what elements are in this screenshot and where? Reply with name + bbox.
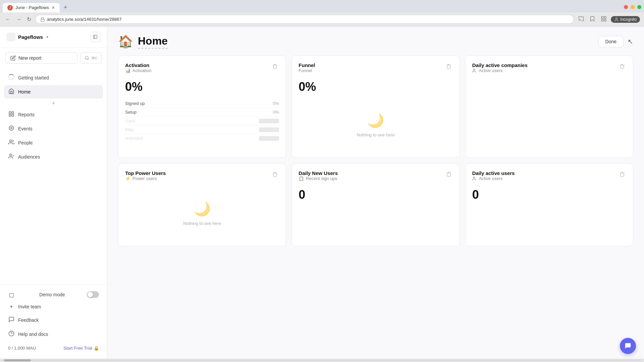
cast-btn[interactable] (577, 14, 585, 24)
tab-layout-btn[interactable] (599, 14, 608, 24)
scrollbar-thumb[interactable] (4, 359, 31, 361)
new-report-btn[interactable]: New report (5, 52, 77, 64)
sidebar: Pageflows ▼ New report ⌘K Getting (0, 26, 107, 359)
header-actions: Done ↖ (598, 36, 633, 47)
nav-reports[interactable]: Reports (4, 108, 103, 121)
home-icon (8, 88, 15, 96)
address-bar: ← → ↻ analytics.june.so/a/14631/home/288… (0, 12, 644, 26)
tab-close-btn[interactable]: ✕ (52, 5, 55, 10)
svg-rect-12 (12, 115, 14, 116)
svg-point-17 (10, 154, 12, 156)
audiences-icon (8, 153, 15, 161)
scrollbar-track (1, 359, 643, 361)
url-text: analytics.june.so/a/14631/home/28867 (47, 17, 122, 22)
demo-mode-label: Demo mode (39, 292, 65, 297)
horizontal-scrollbar[interactable] (0, 359, 644, 362)
url-bar[interactable]: analytics.june.so/a/14631/home/28867 (35, 15, 574, 24)
audiences-label: Audiences (18, 154, 40, 160)
widget-activation-title: Activation (125, 62, 151, 68)
home-label: Home (18, 89, 31, 95)
invite-icon: + (8, 304, 15, 310)
widget-dnu-delete[interactable] (445, 170, 453, 179)
window-controls (624, 5, 641, 10)
widget-dau-delete[interactable] (618, 170, 626, 179)
mau-bar: 0 / 1,000 MAU Start Free Trial 🔒 (4, 342, 103, 355)
bookmark-btn[interactable] (588, 14, 597, 24)
svg-point-22 (473, 177, 475, 178)
back-btn[interactable]: ← (4, 15, 12, 24)
tpu-empty-text: Nothing to see here (183, 221, 221, 226)
demo-mode-toggle[interactable] (87, 291, 99, 298)
start-trial-label: Start Free Trial (63, 346, 92, 351)
active-tab[interactable]: J June - Pageflows ✕ (3, 3, 60, 12)
search-btn[interactable]: ⌘K (80, 52, 102, 64)
widget-row: Signed up 0% (125, 99, 279, 108)
widget-activation-header: Activation 📊 Activation (125, 62, 279, 77)
widget-tpu-subtitle: ⚡ Power users (125, 176, 166, 181)
dau-users-icon (472, 176, 477, 181)
workspace-selector[interactable]: Pageflows ▼ (7, 33, 49, 41)
new-report-label: New report (18, 55, 41, 61)
window-minimize-btn[interactable] (631, 5, 635, 9)
sidebar-nav: Getting started Home + Reports Events (0, 68, 107, 284)
incognito-badge: Incognito (611, 16, 640, 23)
forward-btn[interactable]: → (15, 15, 23, 24)
new-tab-btn[interactable]: + (61, 3, 70, 12)
sidebar-collapse-btn[interactable] (90, 32, 100, 42)
nav-help-docs[interactable]: Help and docs (4, 327, 103, 341)
nav-home[interactable]: Home (4, 85, 103, 99)
browser-chrome: J June - Pageflows ✕ + ← → ↻ analytics.j… (0, 0, 644, 26)
toggle-knob (88, 292, 93, 297)
widget-dac-delete[interactable] (618, 62, 626, 71)
help-docs-label: Help and docs (18, 331, 48, 337)
svg-rect-5 (602, 19, 603, 21)
widget-dnu-title: Daily New Users (299, 170, 338, 176)
cursor-icon: ↖ (628, 38, 633, 46)
widget-row: Activated (125, 134, 279, 142)
workspace-name-label: Pageflows (18, 34, 43, 40)
mau-label: 0 / 1,000 MAU (8, 346, 36, 351)
nav-people[interactable]: People (4, 136, 103, 149)
funnel-empty-state: 🌙 Nothing to see here (299, 99, 452, 151)
nav-feedback[interactable]: Feedback (4, 313, 103, 327)
widget-funnel-subtitle: Funnel (299, 68, 315, 73)
window-close-btn[interactable] (624, 5, 628, 9)
page-icon: 🏠 (118, 35, 133, 49)
widget-top-power-users: Top Power Users ⚡ Power users 🌙 Nothing … (118, 163, 286, 246)
widget-funnel-delete[interactable] (445, 62, 453, 71)
active-users-icon (472, 68, 477, 73)
demo-mode-row: ▢ Demo mode (4, 289, 103, 301)
widget-funnel-header: Funnel Funnel (299, 62, 452, 77)
people-icon (8, 139, 15, 146)
svg-rect-7 (94, 35, 97, 39)
svg-point-16 (10, 140, 12, 142)
events-label: Events (18, 126, 33, 131)
window-maximize-btn[interactable] (637, 5, 641, 9)
reports-label: Reports (18, 112, 35, 117)
widget-activation-delete[interactable] (271, 62, 279, 71)
add-section-btn[interactable]: + (50, 100, 57, 107)
widget-tpu-delete[interactable] (271, 170, 279, 179)
start-trial-btn[interactable]: Start Free Trial 🔒 (63, 346, 99, 351)
svg-rect-13 (9, 115, 11, 116)
nav-invite-team[interactable]: + Invite team (4, 301, 103, 313)
svg-rect-3 (604, 16, 606, 18)
nav-getting-started[interactable]: Getting started (4, 71, 103, 84)
tpu-empty-state: 🌙 Nothing to see here (125, 188, 279, 239)
widget-dau-title: Daily active users (472, 170, 515, 176)
nav-events[interactable]: Events (4, 122, 103, 135)
browser-actions: Incognito (577, 14, 640, 24)
people-label: People (18, 140, 33, 145)
widget-tpu-header: Top Power Users ⚡ Power users (125, 170, 279, 185)
chat-support-btn[interactable] (620, 338, 636, 354)
getting-started-label: Getting started (18, 75, 49, 80)
widget-dnu-value: 0 (299, 188, 452, 202)
nav-audiences[interactable]: Audiences (4, 150, 103, 164)
widget-daily-new-users: Daily New Users 📋 Recent sign ups 0 (291, 163, 460, 246)
workspace-icon (7, 33, 15, 41)
funnel-empty-text: Nothing to see here (357, 132, 394, 137)
reload-btn[interactable]: ↻ (25, 15, 33, 24)
widget-activation-rows: Signed up 0% Setup 0% Used Map (125, 99, 279, 142)
done-btn[interactable]: Done (598, 36, 624, 47)
lock-icon: 🔒 (94, 346, 99, 351)
